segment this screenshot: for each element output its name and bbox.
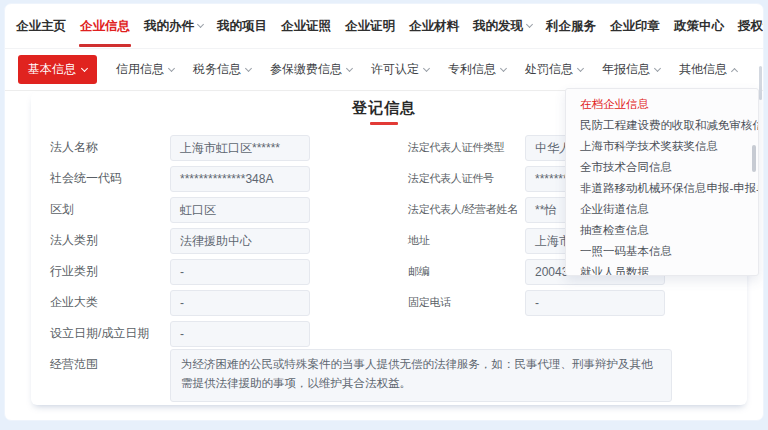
top-nav-item-services[interactable]: 利企服务 (546, 18, 596, 35)
title-underline (370, 122, 398, 125)
tab-label: 税务信息 (193, 61, 241, 78)
dropdown-item[interactable]: 全市技术合同信息 (566, 157, 758, 178)
top-nav-item-enterprise-info[interactable]: 企业信息 (80, 18, 130, 35)
field-input-business-scope[interactable]: 为经济困难的公民或特殊案件的当事人提供无偿的法律服务，如：民事代理、刑事辩护及其… (170, 349, 672, 402)
field-label: 法定代表人证件类型 (408, 140, 525, 155)
chevron-down-icon (577, 64, 584, 71)
other-info-dropdown-menu: 在档企业信息 民防工程建设费的收取和减免审核信息 上海市科学技术奖获奖信息 全市… (565, 88, 759, 276)
form-row: 社会统一代码**************348A (50, 163, 310, 194)
form-row: 法人类别法律援助中心 (50, 225, 310, 256)
chevron-down-icon (245, 64, 252, 71)
field-label: 邮编 (408, 264, 525, 279)
top-nav-item-seal[interactable]: 企业印章 (610, 18, 660, 35)
top-nav-item-policy-center[interactable]: 政策中心 (674, 18, 724, 35)
tab-label: 许可认定 (371, 61, 419, 78)
form-row-business-scope: 经营范围 为经济困难的公民或特殊案件的当事人提供无偿的法律服务，如：民事代理、刑… (50, 349, 672, 402)
info-tab-bar: 基本信息 信用信息 税务信息 参保缴费信息 许可认定 专利信息 处罚信息 年报信… (5, 49, 763, 91)
top-nav-item-home[interactable]: 企业主页 (16, 18, 66, 35)
chevron-down-icon (168, 64, 175, 71)
tab-patent-info[interactable]: 专利信息 (448, 61, 506, 78)
field-label: 社会统一代码 (50, 170, 170, 187)
tab-permits[interactable]: 许可认定 (371, 61, 429, 78)
chevron-down-icon (654, 64, 661, 71)
field-input-social-credit-code[interactable]: **************348A (170, 166, 310, 192)
field-input-establish-date[interactable]: - (170, 321, 310, 347)
field-label: 行业类别 (50, 263, 170, 280)
tab-label: 年报信息 (602, 61, 650, 78)
dropdown-item[interactable]: 就业人员数据 (566, 262, 758, 276)
top-nav-item-licenses[interactable]: 企业证照 (281, 18, 331, 35)
dropdown-item[interactable]: 非道路移动机械环保信息申报-申报单位信息 (566, 178, 758, 199)
tab-tax-info[interactable]: 税务信息 (193, 61, 251, 78)
page-scrollbar[interactable] (759, 66, 762, 100)
tab-label: 信用信息 (116, 61, 164, 78)
tab-penalty-info[interactable]: 处罚信息 (525, 61, 583, 78)
form-row: 设立日期/成立日期- (50, 318, 310, 349)
tab-label: 处罚信息 (525, 61, 573, 78)
dropdown-scrollbar[interactable] (752, 145, 756, 172)
field-input-enterprise-class[interactable]: - (170, 290, 310, 316)
field-label: 法人名称 (50, 139, 170, 156)
field-label: 法定代表人/经营者姓名 (408, 202, 525, 217)
dropdown-item[interactable]: 企业街道信息 (566, 199, 758, 220)
form-row: 企业大类- (50, 287, 310, 318)
field-input-legal-type[interactable]: 法律援助中心 (170, 228, 310, 254)
dropdown-item[interactable]: 民防工程建设费的收取和减免审核信息 (566, 115, 758, 136)
tab-label: 参保缴费信息 (270, 61, 342, 78)
top-nav-item-my-cases[interactable]: 我的办件 (144, 18, 203, 35)
top-nav: 企业主页 企业信息 我的办件 我的项目 企业证照 企业证明 企业材料 我的发现 … (5, 4, 763, 49)
form-row: 法人名称上海市虹口区****** (50, 132, 310, 163)
top-nav-item-my-projects[interactable]: 我的项目 (217, 18, 267, 35)
dropdown-item[interactable]: 上海市科学技术奖获奖信息 (566, 136, 758, 157)
field-label: 法人类别 (50, 232, 170, 249)
portal-page: 企业主页 企业信息 我的办件 我的项目 企业证照 企业证明 企业材料 我的发现 … (4, 3, 764, 421)
tab-label: 专利信息 (448, 61, 496, 78)
field-input-legal-name[interactable]: 上海市虹口区****** (170, 135, 310, 161)
field-input-landline[interactable]: - (525, 290, 665, 316)
form-row: 固定电话- (408, 287, 665, 318)
chevron-down-icon (346, 64, 353, 71)
tab-annual-report[interactable]: 年报信息 (602, 61, 660, 78)
tab-social-insurance[interactable]: 参保缴费信息 (270, 61, 352, 78)
form-row: 区划虹口区 (50, 194, 310, 225)
top-nav-item-certificates[interactable]: 企业证明 (345, 18, 395, 35)
top-nav-item-label: 我的办件 (144, 18, 194, 35)
field-label: 经营范围 (50, 349, 170, 373)
chevron-up-icon (731, 67, 738, 74)
chevron-down-icon (197, 21, 204, 28)
tab-label: 其他信息 (679, 61, 727, 78)
top-nav-item-discover[interactable]: 我的发现 (473, 18, 532, 35)
field-label: 固定电话 (408, 295, 525, 310)
field-input-industry-category[interactable]: - (170, 259, 310, 285)
tab-credit-info[interactable]: 信用信息 (116, 61, 174, 78)
tab-label: 基本信息 (28, 61, 76, 78)
tab-other-info[interactable]: 其他信息 (679, 61, 737, 78)
field-label: 设立日期/成立日期 (50, 325, 170, 342)
field-label: 区划 (50, 201, 170, 218)
top-nav-item-label: 我的发现 (473, 18, 523, 35)
chevron-down-icon (500, 64, 507, 71)
chevron-down-icon (423, 64, 430, 71)
top-nav-item-label: 授权设置 (738, 18, 764, 35)
field-label: 企业大类 (50, 294, 170, 311)
field-label: 地址 (408, 233, 525, 248)
tab-basic-info[interactable]: 基本信息 (18, 55, 97, 84)
form-row: 行业类别- (50, 256, 310, 287)
window-frame: 企业主页 企业信息 我的办件 我的项目 企业证照 企业证明 企业材料 我的发现 … (0, 0, 768, 430)
dropdown-item[interactable]: 抽查检查信息 (566, 220, 758, 241)
field-input-district[interactable]: 虹口区 (170, 197, 310, 223)
chevron-down-icon (81, 64, 88, 71)
field-label: 法定代表人证件号 (408, 171, 525, 186)
dropdown-item[interactable]: 在档企业信息 (566, 94, 758, 115)
top-nav-item-authorization[interactable]: 授权设置 (738, 18, 764, 35)
chevron-down-icon (526, 21, 533, 28)
top-nav-item-materials[interactable]: 企业材料 (409, 18, 459, 35)
dropdown-item[interactable]: 一照一码基本信息 (566, 241, 758, 262)
form-column-left: 法人名称上海市虹口区****** 社会统一代码**************348… (50, 132, 310, 349)
